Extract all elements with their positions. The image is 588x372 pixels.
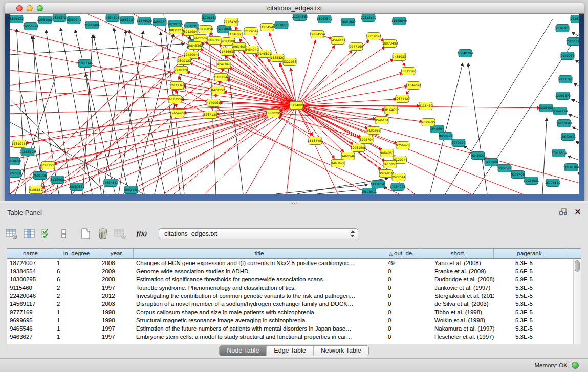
table-mode-icon[interactable] bbox=[4, 227, 19, 241]
network-node[interactable]: 7501925 bbox=[33, 172, 47, 180]
table-cell[interactable]: Embryonic stem cells: a model to study s… bbox=[134, 333, 385, 341]
table-cell[interactable]: 1997 bbox=[99, 324, 134, 333]
table-cell[interactable]: 2008 bbox=[99, 275, 134, 283]
network-node[interactable]: 9634508 bbox=[106, 14, 120, 22]
network-node[interactable]: 9777169 bbox=[350, 43, 363, 51]
network-edge[interactable] bbox=[41, 79, 210, 194]
network-node[interactable]: 6979197 bbox=[452, 139, 466, 147]
table-row[interactable]: 2242004622012Investigating the contribut… bbox=[7, 292, 581, 300]
network-edge[interactable] bbox=[568, 156, 579, 160]
table-cell[interactable]: 5.3E-5 bbox=[494, 308, 565, 316]
network-node[interactable]: 19861982 bbox=[340, 18, 356, 26]
network-node[interactable]: 19575011 bbox=[361, 188, 377, 195]
memory-ok-indicator[interactable] bbox=[572, 362, 579, 369]
table-cell[interactable]: 18300295 bbox=[7, 275, 54, 283]
network-node[interactable]: 17334263 bbox=[390, 183, 406, 191]
table-cell[interactable]: Hescheler et al. (1997) bbox=[421, 333, 494, 341]
network-node[interactable]: 15692971 bbox=[560, 133, 576, 141]
zoom-window-button[interactable] bbox=[37, 5, 43, 11]
network-node[interactable]: 9465546 bbox=[341, 152, 355, 160]
column-header[interactable]: name bbox=[7, 249, 54, 258]
network-edge[interactable] bbox=[41, 105, 296, 194]
network-canvas[interactable]: 8599631240557242098109298863721695994220… bbox=[10, 14, 579, 194]
table-cell[interactable]: 1 bbox=[54, 333, 99, 341]
table-cell[interactable]: Corpus callosum shape and size in male p… bbox=[134, 308, 385, 316]
network-edge[interactable] bbox=[31, 50, 194, 194]
network-edge[interactable] bbox=[129, 30, 165, 194]
network-node[interactable]: 9810703 bbox=[556, 25, 570, 32]
table-cell[interactable]: Wolkin et al. (1998) bbox=[421, 316, 494, 324]
table-cell[interactable]: 2003 bbox=[99, 300, 134, 308]
network-node[interactable]: 9627509 bbox=[194, 35, 208, 42]
network-edge[interactable] bbox=[32, 36, 59, 194]
table-cell[interactable]: 0 bbox=[385, 283, 421, 292]
network-node[interactable]: 24654562 bbox=[103, 179, 119, 187]
table-row[interactable]: 1456911722003Disruption of a novel membe… bbox=[7, 300, 581, 308]
table-cell[interactable]: Stergiakouli et al. (2012) bbox=[421, 292, 494, 300]
network-edge[interactable] bbox=[235, 27, 296, 105]
network-edge[interactable] bbox=[114, 28, 144, 194]
network-edge[interactable] bbox=[296, 73, 403, 105]
network-node[interactable]: 18575165 bbox=[401, 68, 417, 75]
table-cell[interactable]: 0 bbox=[385, 316, 421, 324]
network-edge[interactable] bbox=[164, 105, 296, 194]
network-node[interactable]: 9463627 bbox=[331, 160, 345, 167]
network-edge[interactable] bbox=[576, 141, 579, 144]
network-node[interactable]: 14136141 bbox=[371, 181, 386, 188]
network-node[interactable]: 8267130 bbox=[204, 111, 217, 119]
split-divider[interactable] bbox=[0, 201, 588, 205]
table-row[interactable]: 977716911998Corpus callosum shape and si… bbox=[7, 308, 581, 316]
table-row[interactable]: 1938455462009Genome-wide association stu… bbox=[7, 267, 581, 275]
table-cell[interactable]: 2 bbox=[54, 283, 99, 292]
table-row[interactable]: 946362711997Embryonic stem cells: a mode… bbox=[7, 333, 581, 341]
select-all-icon[interactable] bbox=[39, 227, 54, 241]
network-node[interactable]: 12093872 bbox=[555, 92, 571, 100]
table-cell[interactable]: 5.3E-5 bbox=[494, 259, 565, 267]
table-cell[interactable]: 5.3E-5 bbox=[494, 283, 565, 292]
table-cell[interactable]: 6 bbox=[54, 275, 99, 283]
network-node[interactable]: 9206510 bbox=[10, 170, 21, 178]
network-node[interactable]: 9242848 bbox=[217, 61, 231, 69]
network-node[interactable]: 7485083 bbox=[393, 53, 406, 61]
network-node[interactable]: 16963540 bbox=[317, 15, 333, 23]
network-node[interactable]: 20358170 bbox=[361, 14, 377, 22]
float-panel-icon[interactable] bbox=[559, 208, 567, 215]
table-cell[interactable]: 1997 bbox=[99, 283, 134, 292]
network-node[interactable]: 9129966 bbox=[561, 52, 575, 60]
network-node[interactable]: 12219091 bbox=[366, 33, 382, 40]
network-node[interactable]: 8128960 bbox=[51, 176, 64, 184]
network-node[interactable]: 16648794 bbox=[458, 50, 473, 57]
table-cell[interactable]: Changes of HCN gene expression and I(f) … bbox=[134, 259, 385, 267]
network-node[interactable]: 1588520 bbox=[271, 54, 285, 62]
close-panel-icon[interactable]: ✕ bbox=[574, 208, 581, 215]
network-node[interactable]: 9084067 bbox=[380, 149, 394, 157]
network-node[interactable]: 25260650 bbox=[10, 158, 21, 165]
row-options-icon[interactable] bbox=[56, 227, 72, 241]
network-node[interactable]: 15134451 bbox=[308, 137, 323, 145]
table-row[interactable]: 1872400712008Changes of HCN gene express… bbox=[7, 259, 581, 267]
table-cell[interactable]: 0 bbox=[385, 324, 421, 333]
network-edge[interactable] bbox=[578, 172, 579, 173]
network-node[interactable]: 1615152 bbox=[383, 161, 397, 168]
table-cell[interactable]: Disruption of a novel member of a sodium… bbox=[134, 300, 385, 308]
table-cell[interactable]: 2009 bbox=[99, 267, 134, 275]
network-node[interactable]: 9177456 bbox=[511, 171, 525, 179]
table-cell[interactable]: 5.3E-5 bbox=[494, 333, 565, 341]
network-edge[interactable] bbox=[296, 105, 522, 194]
network-node[interactable]: 4170061 bbox=[207, 99, 221, 107]
table-cell[interactable]: Nakamura et al. (1997) bbox=[421, 324, 494, 333]
delete-column-icon[interactable] bbox=[95, 227, 111, 241]
network-node[interactable]: 9756928 bbox=[396, 142, 410, 149]
table-cell[interactable]: 5.6E-5 bbox=[494, 267, 565, 275]
scrollbar-thumb[interactable] bbox=[575, 260, 580, 272]
network-node[interactable]: 20891406 bbox=[84, 21, 100, 29]
table-cell[interactable]: 9699695 bbox=[7, 316, 54, 324]
divider-grip-icon[interactable] bbox=[291, 202, 297, 204]
network-node[interactable]: 8454749 bbox=[245, 46, 259, 54]
table-cell[interactable]: Structural magnetic resonance image aver… bbox=[134, 316, 385, 324]
network-node[interactable]: 8215953 bbox=[539, 104, 553, 112]
network-node[interactable]: 21588503 bbox=[20, 148, 36, 156]
network-node[interactable]: 9546161 bbox=[375, 117, 389, 124]
network-node[interactable]: 14569117 bbox=[330, 37, 346, 45]
column-header[interactable]: in_degree bbox=[54, 249, 99, 258]
